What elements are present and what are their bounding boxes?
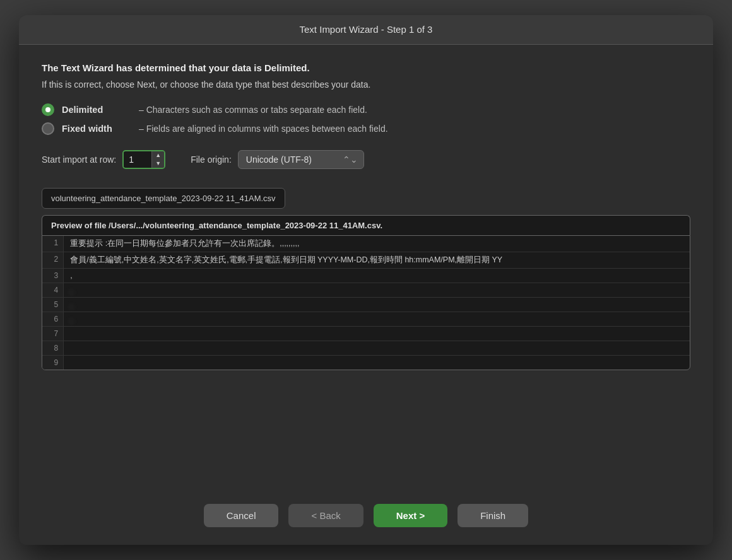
table-row: 6, xyxy=(42,312,690,327)
table-row: 1重要提示 :在同一日期每位參加者只允許有一次出席記錄。,,,,,,,,, xyxy=(42,236,690,252)
table-row: 8 xyxy=(42,341,690,356)
table-row: 4, xyxy=(42,283,690,298)
intro-bold: The Text Wizard has determined that your… xyxy=(42,62,690,73)
data-type-radio-group: Delimited – Characters such as commas or… xyxy=(42,103,690,135)
start-row-label: Start import at row: xyxy=(42,155,116,165)
row-number: 7 xyxy=(42,327,64,341)
file-name-bar: volunteering_attendance_template_2023-09… xyxy=(42,188,285,209)
back-button[interactable]: < Back xyxy=(288,504,363,527)
row-number: 9 xyxy=(42,356,64,370)
cancel-button[interactable]: Cancel xyxy=(204,504,279,527)
row-content: 會員/義工編號,中文姓名,英文名字,英文姓氏,電郵,手提電話,報到日期 YYYY… xyxy=(64,252,690,269)
settings-row: Start import at row: ▲ ▼ File origin: Un… xyxy=(42,150,690,169)
row-spinner-up[interactable]: ▲ xyxy=(152,151,164,160)
row-content: , xyxy=(64,298,690,312)
table-row: 5, xyxy=(42,298,690,312)
origin-select-wrapper: Unicode (UTF-8) UTF-16 Latin-1 ASCII ⌃⌄ xyxy=(238,150,364,169)
table-row: 7 xyxy=(42,327,690,341)
dialog: Text Import Wizard - Step 1 of 3 The Tex… xyxy=(19,15,713,545)
radio-desc-delimited: – Characters such as commas or tabs sepa… xyxy=(139,105,367,115)
title-bar: Text Import Wizard - Step 1 of 3 xyxy=(19,15,713,45)
radio-desc-fixed-width: – Fields are aligned in columns with spa… xyxy=(139,124,388,134)
row-number: 8 xyxy=(42,341,64,356)
row-content: , xyxy=(64,269,690,283)
table-row: 9 xyxy=(42,356,690,370)
start-row-input[interactable] xyxy=(124,152,151,167)
preview-section: Preview of file /Users/.../volunteering_… xyxy=(42,215,690,479)
radio-label-delimited: Delimited xyxy=(62,105,131,115)
row-spinner-down[interactable]: ▼ xyxy=(152,160,164,168)
row-content: , xyxy=(64,312,690,327)
row-number: 5 xyxy=(42,298,64,312)
radio-row-delimited[interactable]: Delimited – Characters such as commas or… xyxy=(42,103,690,116)
row-number: 3 xyxy=(42,269,64,283)
row-number: 6 xyxy=(42,312,64,327)
intro-normal: If this is correct, choose Next, or choo… xyxy=(42,79,690,90)
preview-table-wrapper: 1重要提示 :在同一日期每位參加者只允許有一次出席記錄。,,,,,,,,,2會員… xyxy=(42,235,690,370)
table-row: 3, xyxy=(42,269,690,283)
file-origin-select[interactable]: Unicode (UTF-8) UTF-16 Latin-1 ASCII xyxy=(238,150,364,169)
preview-label: Preview of file /Users/.../volunteering_… xyxy=(42,215,690,235)
row-content xyxy=(64,356,690,370)
row-content: 重要提示 :在同一日期每位參加者只允許有一次出席記錄。,,,,,,,,, xyxy=(64,236,690,252)
footer: Cancel < Back Next > Finish xyxy=(19,491,713,545)
radio-delimited[interactable] xyxy=(42,103,54,116)
radio-fixed-width[interactable] xyxy=(42,122,54,135)
preview-table: 1重要提示 :在同一日期每位參加者只允許有一次出席記錄。,,,,,,,,,2會員… xyxy=(42,236,690,370)
next-button[interactable]: Next > xyxy=(374,504,447,527)
table-row: 2會員/義工編號,中文姓名,英文名字,英文姓氏,電郵,手提電話,報到日期 YYY… xyxy=(42,252,690,269)
row-spinner: ▲ ▼ xyxy=(151,151,164,168)
row-input-wrapper: ▲ ▼ xyxy=(122,150,165,169)
radio-inner-delimited xyxy=(45,107,50,112)
row-content xyxy=(64,327,690,341)
file-origin-label: File origin: xyxy=(191,155,232,165)
dialog-title: Text Import Wizard - Step 1 of 3 xyxy=(300,24,433,35)
row-content xyxy=(64,341,690,356)
start-row-group: Start import at row: ▲ ▼ xyxy=(42,150,165,169)
row-number: 2 xyxy=(42,252,64,269)
row-content: , xyxy=(64,283,690,298)
radio-label-fixed-width: Fixed width xyxy=(62,124,131,134)
row-number: 1 xyxy=(42,236,64,252)
row-number: 4 xyxy=(42,283,64,298)
radio-row-fixed-width[interactable]: Fixed width – Fields are aligned in colu… xyxy=(42,122,690,135)
finish-button[interactable]: Finish xyxy=(458,504,528,527)
file-origin-group: File origin: Unicode (UTF-8) UTF-16 Lati… xyxy=(191,150,364,169)
main-content: The Text Wizard has determined that your… xyxy=(19,45,713,491)
